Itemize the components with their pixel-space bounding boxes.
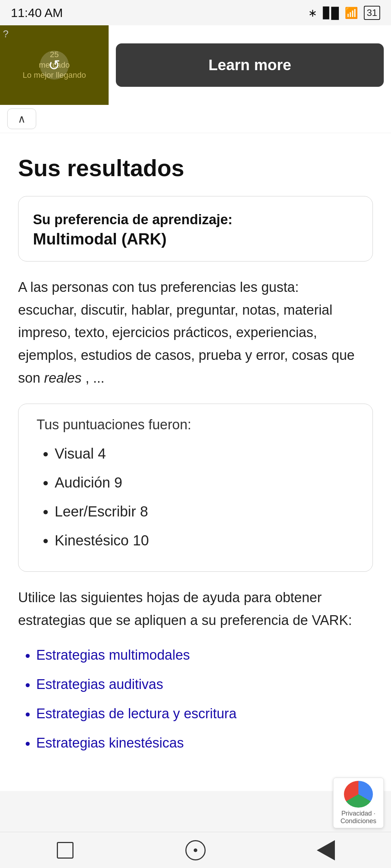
ad-replay-button[interactable]: ↺	[40, 51, 69, 80]
link-kinestesicas[interactable]: Estrategias kinestésicas	[36, 735, 184, 750]
link-lectura[interactable]: Estrategias de lectura y escritura	[36, 706, 236, 721]
main-content: Sus resultados Su preferencia de aprendi…	[0, 133, 391, 791]
nav-square-button[interactable]	[51, 836, 80, 865]
ad-banner: ? 25 mercado Lo mejor llegando ↺ Learn m…	[0, 25, 391, 105]
bluetooth-icon: ∗	[308, 7, 317, 19]
ad-right: Learn more	[109, 25, 391, 105]
collapse-row: ∧	[0, 105, 391, 133]
link-item-kinestesicas[interactable]: Estrategias kinestésicas	[36, 733, 373, 753]
link-item-auditivas[interactable]: Estrategias auditivas	[36, 674, 373, 695]
helper-text: Utilice las siguientes hojas de ayuda pa…	[18, 586, 373, 631]
preference-value: Multimodal (ARK)	[33, 230, 358, 248]
score-item-kinestesico: Kinestésico 10	[55, 529, 354, 551]
collapse-button[interactable]: ∧	[7, 109, 36, 129]
score-item-leer: Leer/Escribir 8	[55, 501, 354, 522]
scores-title: Tus puntuaciones fueron:	[37, 417, 354, 433]
recaptcha-badge: Privacidad · Condiciones	[333, 778, 384, 828]
recaptcha-logo	[344, 781, 373, 808]
section-title: Sus resultados	[18, 155, 373, 182]
wifi-icon: 📶	[345, 7, 358, 19]
battery-icon: 31	[364, 6, 380, 20]
status-icons: ∗ ▊█ 📶 31	[308, 6, 380, 20]
nav-square-icon	[57, 842, 73, 859]
signal-icon: ▊█	[323, 7, 339, 19]
scores-card: Tus puntuaciones fueron: Visual 4 Audici…	[18, 404, 373, 572]
chevron-up-icon: ∧	[18, 113, 26, 125]
score-list: Visual 4 Audición 9 Leer/Escribir 8 Kine…	[37, 443, 354, 551]
status-bar: 11:40 AM ∗ ▊█ 📶 31	[0, 0, 391, 25]
nav-back-button[interactable]	[311, 836, 340, 865]
recaptcha-text: Privacidad · Condiciones	[336, 810, 381, 825]
strategy-links: Estrategias multimodales Estrategias aud…	[18, 645, 373, 753]
link-multimodal[interactable]: Estrategias multimodales	[36, 647, 190, 663]
status-time: 11:40 AM	[11, 6, 63, 20]
score-item-audicion: Audición 9	[55, 472, 354, 493]
link-item-multimodal[interactable]: Estrategias multimodales	[36, 645, 373, 665]
nav-home-button[interactable]	[181, 836, 210, 865]
nav-home-icon	[185, 840, 206, 860]
preference-card: Su preferencia de aprendizaje: Multimoda…	[18, 196, 373, 261]
preference-label: Su preferencia de aprendizaje:	[33, 209, 358, 230]
ad-image: ? 25 mercado Lo mejor llegando ↺	[0, 25, 109, 105]
ad-question-icon: ?	[3, 28, 9, 40]
bottom-nav-bar	[0, 832, 391, 868]
learn-more-button[interactable]: Learn more	[116, 43, 384, 87]
link-item-lectura[interactable]: Estrategias de lectura y escritura	[36, 703, 373, 724]
description-text: A las personas con tus preferencias les …	[18, 276, 373, 389]
nav-back-icon	[317, 840, 335, 860]
link-auditivas[interactable]: Estrategias auditivas	[36, 677, 163, 692]
score-item-visual: Visual 4	[55, 443, 354, 464]
nav-circle-dot	[194, 848, 197, 852]
